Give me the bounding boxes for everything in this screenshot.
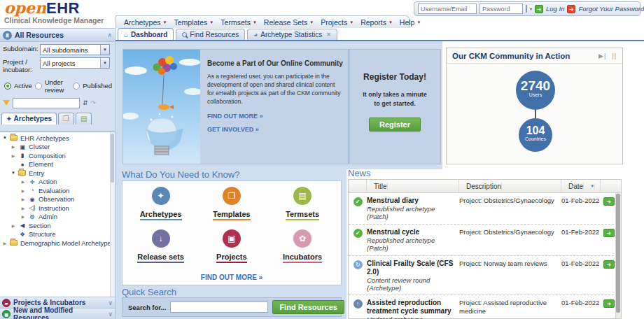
- tree-node-cluster[interactable]: ▶▣Cluster: [0, 143, 115, 152]
- open-resource-button[interactable]: ➜: [603, 197, 615, 206]
- know-item-release-sets[interactable]: ↓ Release sets: [125, 229, 196, 269]
- know-item-label[interactable]: Release sets: [137, 253, 184, 263]
- news-row[interactable]: ✔ Menstrual diaryRepublished archetype (…: [349, 193, 621, 225]
- password-input[interactable]: [479, 3, 523, 14]
- expand-node-icon[interactable]: ▶: [10, 223, 16, 228]
- tree-node-composition[interactable]: ▶▮Composition: [0, 151, 115, 160]
- menu-projects[interactable]: Projects▼: [317, 18, 357, 27]
- menu-reports[interactable]: Reports▼: [357, 18, 396, 27]
- tree-node-action[interactable]: ▶✛Action: [0, 178, 115, 187]
- know-item-archetypes[interactable]: ✦ Archetypes: [125, 187, 196, 226]
- tab-archetype-statistics[interactable]: ◕ Archetype Statistics ✕: [247, 29, 337, 40]
- news-row[interactable]: ↻ Clinical Frailty Scale (CFS 2.0)Conten…: [349, 256, 621, 296]
- chevron-down-icon[interactable]: ▾: [530, 6, 532, 11]
- menu-release-sets[interactable]: Release Sets▼: [260, 18, 317, 27]
- new-modified-bar[interactable]: ▦ New and Modified Resources ∨: [0, 308, 115, 319]
- know-item-incubators[interactable]: ✿ Incubators: [267, 229, 337, 269]
- project-select[interactable]: All projects▼: [40, 57, 110, 69]
- quick-search-input[interactable]: [170, 302, 268, 313]
- collapse-node-icon[interactable]: ▼: [10, 171, 16, 175]
- open-resource-button[interactable]: ➜: [603, 299, 615, 308]
- chevron-down-icon[interactable]: ▼: [100, 58, 109, 68]
- find-resources-button[interactable]: Find Resources: [272, 300, 344, 314]
- expand-node-icon[interactable]: ▶: [20, 188, 26, 193]
- login-arrow-icon[interactable]: ➜: [535, 5, 543, 13]
- tree-node-admin[interactable]: ▶⚙Admin: [0, 213, 115, 222]
- collapse-node-icon[interactable]: ▼: [2, 136, 8, 140]
- know-item-label[interactable]: Templates: [213, 210, 251, 220]
- know-item-projects[interactable]: ▣ Projects: [196, 229, 267, 269]
- sidebar-tab-templates[interactable]: ❐: [58, 113, 74, 125]
- tree-filter-input[interactable]: [13, 98, 80, 108]
- remember-me-checkbox[interactable]: [526, 5, 527, 13]
- login-link[interactable]: Log In: [546, 5, 564, 13]
- sidebar-tab-termsets[interactable]: ▤: [76, 113, 92, 125]
- collapse-icon[interactable]: ∧: [107, 31, 112, 38]
- expand-node-icon[interactable]: ▶: [20, 206, 26, 211]
- expand-icon[interactable]: ∨: [108, 311, 113, 318]
- tree-node-element[interactable]: ●Element: [0, 160, 115, 169]
- expand-node-icon[interactable]: ▶: [2, 241, 8, 246]
- tree-scrollbar[interactable]: [110, 132, 115, 313]
- know-item-templates[interactable]: ❐ Templates: [196, 187, 267, 226]
- close-tab-icon[interactable]: ✕: [326, 31, 331, 38]
- forgot-password-arrow-icon[interactable]: ➜: [567, 5, 575, 13]
- subdomain-select[interactable]: All subdomains▼: [40, 44, 110, 55]
- news-title[interactable]: Assisted reproduction treatment cycle su…: [367, 299, 456, 316]
- openehr-logo[interactable]: openEHR Clinical Knowledge Manager: [4, 0, 104, 24]
- all-resources-header[interactable]: Ⅲ All Resources ∧: [0, 29, 115, 42]
- tree-node-ehr-archetypes[interactable]: ▼EHR Archetypes: [0, 134, 115, 143]
- chevron-down-icon[interactable]: ▼: [100, 45, 109, 55]
- filter-clear-icon[interactable]: ↷: [91, 99, 97, 106]
- know-find-out-more-link[interactable]: FIND OUT MORE »: [125, 274, 338, 285]
- expand-icon[interactable]: ∨: [108, 299, 113, 306]
- know-item-label[interactable]: Archetypes: [140, 210, 182, 220]
- menu-templates[interactable]: Templates▼: [170, 18, 217, 27]
- tab-dashboard[interactable]: ⌂ Dashboard: [118, 28, 174, 40]
- register-button[interactable]: Register: [369, 118, 421, 132]
- menu-archetypes[interactable]: Archetypes▼: [120, 18, 170, 27]
- get-involved-link[interactable]: GET INVOLVED »: [207, 126, 342, 133]
- know-item-label[interactable]: Incubators: [283, 253, 322, 263]
- tab-find-resources[interactable]: Find Resources: [176, 29, 245, 40]
- news-row[interactable]: ✔ Menstrual cycleRepublished archetype (…: [349, 225, 621, 256]
- description-column-header[interactable]: Description: [459, 180, 561, 192]
- know-item-label[interactable]: Termsets: [286, 210, 319, 220]
- news-row[interactable]: ↑ Assisted reproduction treatment cycle …: [349, 295, 621, 319]
- menu-help[interactable]: Help▼: [396, 18, 425, 27]
- radio-under-review[interactable]: [35, 83, 42, 90]
- scrollbar-thumb[interactable]: [111, 134, 114, 183]
- radio-published[interactable]: [73, 83, 80, 90]
- tree-node-section[interactable]: ▶◀Section: [0, 221, 115, 230]
- forgot-password-link[interactable]: Forgot Your Password?: [578, 5, 644, 13]
- know-item-termsets[interactable]: ▤ Termsets: [267, 187, 337, 226]
- expand-node-icon[interactable]: ▶: [20, 214, 26, 219]
- tree-node-evaluation[interactable]: ▶◔Evaluation: [0, 186, 115, 195]
- find-out-more-link[interactable]: FIND OUT MORE »: [207, 113, 342, 120]
- news-title[interactable]: Clinical Frailty Scale (CFS 2.0): [367, 260, 456, 276]
- filter-apply-icon[interactable]: ⇵: [83, 99, 88, 106]
- open-resource-button[interactable]: ➜: [603, 229, 615, 237]
- menu-termsets[interactable]: Termsets▼: [217, 18, 260, 27]
- news-title[interactable]: Menstrual cycle: [367, 228, 456, 236]
- expand-node-icon[interactable]: ▶: [10, 144, 16, 149]
- expand-node-icon[interactable]: ▶: [10, 153, 16, 158]
- know-item-label[interactable]: Projects: [216, 253, 246, 263]
- scrollbar-thumb[interactable]: [616, 194, 620, 313]
- pause-icon[interactable]: ||: [612, 52, 617, 59]
- tree-node-structure[interactable]: ❖Structure: [0, 230, 115, 239]
- tree-node-entry[interactable]: ▼Entry: [0, 169, 115, 178]
- skip-next-icon[interactable]: ▶|: [598, 52, 606, 59]
- title-column-header[interactable]: Title: [367, 180, 459, 192]
- expand-node-icon[interactable]: ▶: [20, 179, 26, 184]
- sidebar-tab-archetypes[interactable]: ✦ Archetypes: [1, 113, 57, 125]
- username-input[interactable]: [418, 3, 477, 14]
- expand-node-icon[interactable]: ▶: [20, 197, 26, 201]
- date-column-header[interactable]: Date▼: [561, 180, 601, 192]
- tree-node-observation[interactable]: ▶◉Observation: [0, 195, 115, 204]
- tree-node-demographic[interactable]: ▶Demographic Model Archetypes: [0, 239, 115, 248]
- tree-node-instruction[interactable]: ▶◁)Instruction: [0, 204, 115, 213]
- open-resource-button[interactable]: ➜: [603, 260, 615, 269]
- news-scrollbar[interactable]: [615, 193, 621, 318]
- radio-active[interactable]: [4, 83, 11, 90]
